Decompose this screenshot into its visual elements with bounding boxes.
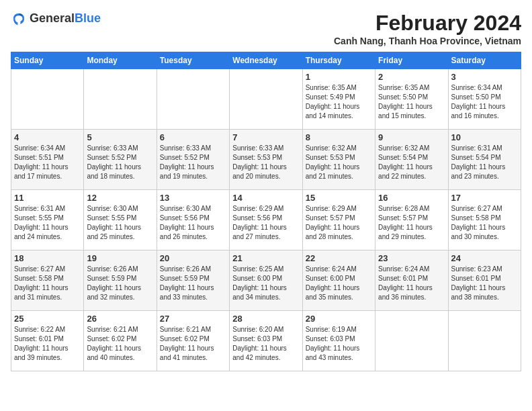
- cell-info: Sunrise: 6:29 AM Sunset: 5:57 PM Dayligh…: [306, 204, 372, 242]
- cell-info: Sunrise: 6:29 AM Sunset: 5:56 PM Dayligh…: [232, 204, 299, 242]
- cell-info: Sunrise: 6:28 AM Sunset: 5:57 PM Dayligh…: [378, 204, 445, 242]
- calendar-cell: 12Sunrise: 6:30 AM Sunset: 5:55 PM Dayli…: [84, 190, 157, 250]
- day-number: 22: [306, 253, 372, 263]
- calendar-cell: [375, 311, 448, 371]
- calendar-cell: 4Sunrise: 6:34 AM Sunset: 5:51 PM Daylig…: [11, 130, 84, 190]
- header-wednesday: Wednesday: [230, 52, 302, 69]
- cell-info: Sunrise: 6:31 AM Sunset: 5:55 PM Dayligh…: [14, 204, 81, 242]
- cell-info: Sunrise: 6:32 AM Sunset: 5:53 PM Dayligh…: [306, 144, 372, 181]
- calendar-cell: 16Sunrise: 6:28 AM Sunset: 5:57 PM Dayli…: [375, 190, 448, 250]
- header-monday: Monday: [84, 52, 157, 69]
- day-number: 3: [451, 72, 518, 82]
- calendar-cell: [230, 69, 302, 130]
- header-saturday: Saturday: [448, 52, 521, 69]
- day-number: 15: [306, 193, 372, 203]
- cell-info: Sunrise: 6:31 AM Sunset: 5:54 PM Dayligh…: [451, 144, 518, 181]
- calendar-cell: 1Sunrise: 6:35 AM Sunset: 5:49 PM Daylig…: [302, 69, 375, 130]
- calendar-cell: [11, 69, 84, 130]
- cell-info: Sunrise: 6:22 AM Sunset: 6:01 PM Dayligh…: [14, 325, 81, 363]
- calendar-cell: 7Sunrise: 6:33 AM Sunset: 5:53 PM Daylig…: [230, 130, 302, 190]
- day-number: 9: [378, 132, 445, 142]
- calendar-cell: [84, 69, 157, 130]
- svg-rect-0: [11, 11, 27, 27]
- cell-info: Sunrise: 6:33 AM Sunset: 5:52 PM Dayligh…: [87, 144, 153, 181]
- calendar-cell: 19Sunrise: 6:26 AM Sunset: 5:59 PM Dayli…: [84, 250, 157, 311]
- logo-general-text: General: [30, 11, 75, 25]
- calendar-cell: 22Sunrise: 6:24 AM Sunset: 6:00 PM Dayli…: [302, 250, 375, 311]
- day-number: 12: [87, 193, 153, 203]
- calendar-cell: 21Sunrise: 6:25 AM Sunset: 6:00 PM Dayli…: [230, 250, 302, 311]
- day-number: 4: [14, 132, 81, 142]
- cell-info: Sunrise: 6:24 AM Sunset: 6:01 PM Dayligh…: [378, 265, 445, 302]
- day-number: 24: [451, 253, 518, 263]
- header-tuesday: Tuesday: [157, 52, 229, 69]
- header-sunday: Sunday: [11, 52, 84, 69]
- calendar-cell: 3Sunrise: 6:34 AM Sunset: 5:50 PM Daylig…: [448, 69, 521, 130]
- day-number: 11: [14, 193, 81, 203]
- calendar-cell: 11Sunrise: 6:31 AM Sunset: 5:55 PM Dayli…: [11, 190, 84, 250]
- day-number: 6: [160, 132, 226, 142]
- cell-info: Sunrise: 6:34 AM Sunset: 5:51 PM Dayligh…: [14, 144, 81, 181]
- cell-info: Sunrise: 6:35 AM Sunset: 5:49 PM Dayligh…: [306, 83, 372, 121]
- day-number: 14: [232, 193, 299, 203]
- day-number: 7: [232, 132, 299, 142]
- day-number: 8: [306, 132, 372, 142]
- calendar-cell: 2Sunrise: 6:35 AM Sunset: 5:50 PM Daylig…: [375, 69, 448, 130]
- cell-info: Sunrise: 6:35 AM Sunset: 5:50 PM Dayligh…: [378, 83, 445, 121]
- cell-info: Sunrise: 6:21 AM Sunset: 6:02 PM Dayligh…: [160, 325, 226, 363]
- day-number: 26: [87, 314, 153, 324]
- day-number: 18: [14, 253, 81, 263]
- calendar-cell: 27Sunrise: 6:21 AM Sunset: 6:02 PM Dayli…: [157, 311, 229, 371]
- logo-blue-text: Blue: [75, 11, 101, 25]
- calendar-cell: 20Sunrise: 6:26 AM Sunset: 5:59 PM Dayli…: [157, 250, 229, 311]
- day-number: 17: [451, 193, 518, 203]
- day-number: 13: [160, 193, 226, 203]
- month-year-title: February 2024: [334, 11, 521, 36]
- cell-info: Sunrise: 6:21 AM Sunset: 6:02 PM Dayligh…: [87, 325, 153, 363]
- calendar-table: SundayMondayTuesdayWednesdayThursdayFrid…: [11, 52, 521, 371]
- calendar-cell: 23Sunrise: 6:24 AM Sunset: 6:01 PM Dayli…: [375, 250, 448, 311]
- cell-info: Sunrise: 6:24 AM Sunset: 6:00 PM Dayligh…: [306, 265, 372, 302]
- calendar-cell: 8Sunrise: 6:32 AM Sunset: 5:53 PM Daylig…: [302, 130, 375, 190]
- cell-info: Sunrise: 6:26 AM Sunset: 5:59 PM Dayligh…: [160, 265, 226, 302]
- day-number: 5: [87, 132, 153, 142]
- day-number: 23: [378, 253, 445, 263]
- cell-info: Sunrise: 6:25 AM Sunset: 6:00 PM Dayligh…: [232, 265, 299, 302]
- cell-info: Sunrise: 6:33 AM Sunset: 5:52 PM Dayligh…: [160, 144, 226, 181]
- day-number: 2: [378, 72, 445, 82]
- location-subtitle: Canh Nang, Thanh Hoa Province, Vietnam: [334, 36, 521, 46]
- calendar-cell: 10Sunrise: 6:31 AM Sunset: 5:54 PM Dayli…: [448, 130, 521, 190]
- day-number: 10: [451, 132, 518, 142]
- cell-info: Sunrise: 6:26 AM Sunset: 5:59 PM Dayligh…: [87, 265, 153, 302]
- day-number: 19: [87, 253, 153, 263]
- calendar-cell: 24Sunrise: 6:23 AM Sunset: 6:01 PM Dayli…: [448, 250, 521, 311]
- cell-info: Sunrise: 6:19 AM Sunset: 6:03 PM Dayligh…: [306, 325, 372, 363]
- logo-icon: [11, 11, 27, 27]
- day-number: 27: [160, 314, 226, 324]
- cell-info: Sunrise: 6:30 AM Sunset: 5:56 PM Dayligh…: [160, 204, 226, 242]
- logo: GeneralBlue: [11, 11, 101, 27]
- calendar-cell: 25Sunrise: 6:22 AM Sunset: 6:01 PM Dayli…: [11, 311, 84, 371]
- calendar-cell: 28Sunrise: 6:20 AM Sunset: 6:03 PM Dayli…: [230, 311, 302, 371]
- title-area: February 2024 Canh Nang, Thanh Hoa Provi…: [334, 11, 521, 46]
- calendar-cell: 14Sunrise: 6:29 AM Sunset: 5:56 PM Dayli…: [230, 190, 302, 250]
- day-number: 25: [14, 314, 81, 324]
- day-number: 28: [232, 314, 299, 324]
- cell-info: Sunrise: 6:23 AM Sunset: 6:01 PM Dayligh…: [451, 265, 518, 302]
- cell-info: Sunrise: 6:32 AM Sunset: 5:54 PM Dayligh…: [378, 144, 445, 181]
- day-number: 29: [306, 314, 372, 324]
- day-number: 21: [232, 253, 299, 263]
- day-number: 1: [306, 72, 372, 82]
- cell-info: Sunrise: 6:20 AM Sunset: 6:03 PM Dayligh…: [232, 325, 299, 363]
- day-number: 16: [378, 193, 445, 203]
- calendar-cell: [157, 69, 229, 130]
- calendar-cell: 9Sunrise: 6:32 AM Sunset: 5:54 PM Daylig…: [375, 130, 448, 190]
- cell-info: Sunrise: 6:27 AM Sunset: 5:58 PM Dayligh…: [451, 204, 518, 242]
- calendar-cell: 26Sunrise: 6:21 AM Sunset: 6:02 PM Dayli…: [84, 311, 157, 371]
- day-number: 20: [160, 253, 226, 263]
- header-thursday: Thursday: [302, 52, 375, 69]
- calendar-cell: 5Sunrise: 6:33 AM Sunset: 5:52 PM Daylig…: [84, 130, 157, 190]
- calendar-cell: 13Sunrise: 6:30 AM Sunset: 5:56 PM Dayli…: [157, 190, 229, 250]
- cell-info: Sunrise: 6:30 AM Sunset: 5:55 PM Dayligh…: [87, 204, 153, 242]
- cell-info: Sunrise: 6:27 AM Sunset: 5:58 PM Dayligh…: [14, 265, 81, 302]
